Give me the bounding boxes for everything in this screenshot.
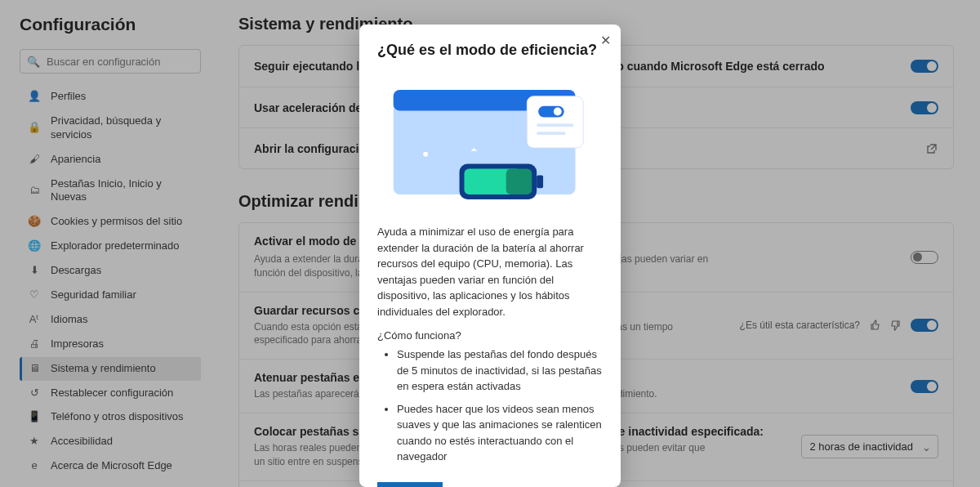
modal-title: ¿Qué es el modo de eficiencia? <box>377 41 603 60</box>
modal-progress-bar <box>377 482 443 487</box>
modal-body: Ayuda a minimizar el uso de energía para… <box>377 224 603 319</box>
svg-rect-7 <box>537 124 573 127</box>
svg-rect-8 <box>537 132 565 136</box>
efficiency-modal: ✕ ¿Qué es el modo de eficiencia? Ayuda a… <box>359 25 621 487</box>
close-button[interactable]: ✕ <box>600 33 611 48</box>
svg-point-6 <box>554 108 562 116</box>
svg-rect-4 <box>527 96 583 148</box>
efficiency-illustration <box>377 76 603 207</box>
modal-how-label: ¿Cómo funciona? <box>377 329 603 342</box>
svg-rect-11 <box>506 169 532 195</box>
svg-rect-12 <box>537 176 543 189</box>
modal-bullet: Puedes hacer que los videos sean menos s… <box>397 401 603 465</box>
modal-bullet-list: Suspende las pestañas del fondo después … <box>377 346 603 465</box>
modal-overlay[interactable]: ✕ ¿Qué es el modo de eficiencia? Ayuda a… <box>0 0 980 487</box>
modal-bullet: Suspende las pestañas del fondo después … <box>397 346 603 395</box>
svg-point-2 <box>423 152 428 157</box>
